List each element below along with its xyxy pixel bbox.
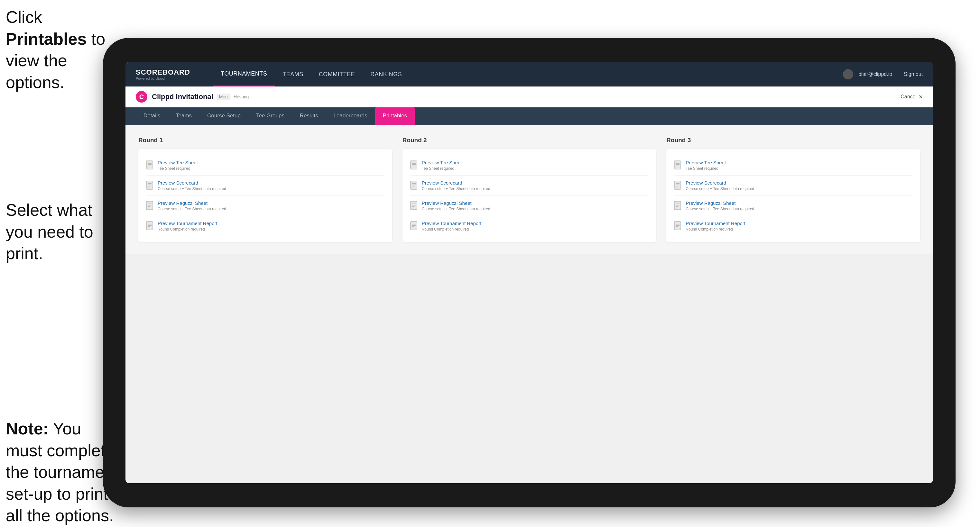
svg-rect-20 — [410, 161, 417, 169]
tablet-device: SCOREBOARD Powered by clippd TOURNAMENTS… — [103, 38, 956, 507]
print-item-r2-1[interactable]: Preview Tee SheetTee Sheet required — [410, 155, 649, 176]
user-avatar — [843, 69, 853, 79]
print-item-subtitle: Course setup + Tee Sheet data required — [422, 186, 490, 191]
top-nav-right: blair@clippd.io | Sign out — [843, 69, 923, 79]
tab-teams[interactable]: Teams — [168, 107, 199, 125]
close-icon: ✕ — [918, 94, 923, 100]
print-item-r2-2[interactable]: Preview ScorecardCourse setup + Tee Shee… — [410, 176, 649, 196]
annotation-bottom-bold: Note: — [6, 419, 49, 438]
round-col-1: Round 1 Preview Tee SheetTee Sheet requi… — [138, 137, 392, 243]
document-icon — [146, 160, 153, 171]
print-item-r1-2[interactable]: Preview ScorecardCourse setup + Tee Shee… — [146, 176, 385, 196]
nav-teams[interactable]: TEAMS — [275, 62, 311, 86]
document-icon — [410, 160, 417, 171]
logo-area: SCOREBOARD Powered by clippd — [136, 68, 200, 80]
print-item-subtitle: Tee Sheet required — [686, 166, 726, 171]
tournament-logo: C — [136, 91, 147, 103]
svg-rect-12 — [146, 201, 153, 210]
nav-committee[interactable]: COMMITTEE — [311, 62, 363, 86]
document-icon — [674, 201, 681, 211]
document-icon — [146, 221, 153, 232]
print-item-text: Preview Tee SheetTee Sheet required — [422, 160, 462, 171]
print-item-r2-4[interactable]: Preview Tournament ReportRound Completio… — [410, 216, 649, 236]
print-item-r3-3[interactable]: Preview Raguzzi SheetCourse setup + Tee … — [674, 196, 912, 216]
round-title-2: Round 2 — [402, 137, 656, 144]
nav-tournaments[interactable]: TOURNAMENTS — [213, 62, 275, 86]
svg-rect-32 — [410, 222, 417, 230]
svg-rect-44 — [675, 201, 681, 210]
print-item-r3-1[interactable]: Preview Tee SheetTee Sheet required — [674, 155, 912, 176]
logo-sub: Powered by clippd — [136, 76, 200, 80]
document-icon — [146, 181, 153, 191]
rounds-grid: Round 1 Preview Tee SheetTee Sheet requi… — [138, 137, 920, 243]
cancel-button[interactable]: Cancel ✕ — [900, 94, 923, 100]
print-item-r1-4[interactable]: Preview Tournament ReportRound Completio… — [146, 216, 385, 236]
print-item-r3-2[interactable]: Preview ScorecardCourse setup + Tee Shee… — [674, 176, 912, 196]
print-item-subtitle: Course setup + Tee Sheet data required — [686, 186, 754, 191]
print-item-title[interactable]: Preview Tournament Report — [686, 221, 745, 226]
top-nav-links: TOURNAMENTS TEAMS COMMITTEE RANKINGS — [213, 62, 843, 86]
tablet-screen: SCOREBOARD Powered by clippd TOURNAMENTS… — [126, 62, 933, 483]
print-item-r1-1[interactable]: Preview Tee SheetTee Sheet required — [146, 155, 385, 176]
tab-leaderboards[interactable]: Leaderboards — [326, 107, 375, 125]
print-item-subtitle: Tee Sheet required — [158, 166, 198, 171]
print-item-title[interactable]: Preview Raguzzi Sheet — [422, 200, 490, 206]
print-item-subtitle: Course setup + Tee Sheet data required — [422, 207, 490, 211]
print-item-text: Preview ScorecardCourse setup + Tee Shee… — [422, 180, 490, 191]
top-navigation: SCOREBOARD Powered by clippd TOURNAMENTS… — [126, 62, 933, 86]
print-item-subtitle: Course setup + Tee Sheet data required — [158, 207, 226, 211]
svg-rect-36 — [675, 161, 681, 169]
print-item-text: Preview Tournament ReportRound Completio… — [422, 221, 482, 232]
annotation-top: Click Printables to view the options. — [6, 6, 109, 93]
round-col-2: Round 2 Preview Tee SheetTee Sheet requi… — [402, 137, 656, 243]
document-icon — [674, 221, 681, 232]
document-icon — [410, 181, 417, 191]
print-item-title[interactable]: Preview Tee Sheet — [686, 160, 726, 165]
print-item-text: Preview Tee SheetTee Sheet required — [686, 160, 726, 171]
document-icon — [146, 201, 153, 211]
print-item-subtitle: Round Completion required — [422, 227, 482, 232]
tab-details[interactable]: Details — [136, 107, 168, 125]
tournament-tag: Men — [216, 94, 231, 100]
round-card-3: Preview Tee SheetTee Sheet required Prev… — [666, 149, 920, 243]
print-item-text: Preview Tournament ReportRound Completio… — [686, 221, 745, 232]
document-icon — [674, 160, 681, 171]
svg-rect-8 — [146, 181, 153, 189]
print-item-title[interactable]: Preview Raguzzi Sheet — [686, 200, 754, 206]
sign-out-link[interactable]: Sign out — [904, 71, 923, 77]
sub-navigation: Details Teams Course Setup Tee Groups Re… — [126, 107, 933, 125]
round-col-3: Round 3 Preview Tee SheetTee Sheet requi… — [666, 137, 920, 243]
print-item-r1-3[interactable]: Preview Raguzzi SheetCourse setup + Tee … — [146, 196, 385, 216]
tournament-status: Hosting — [234, 94, 249, 99]
print-item-subtitle: Round Completion required — [686, 227, 745, 232]
svg-rect-40 — [675, 181, 681, 189]
nav-rankings[interactable]: RANKINGS — [363, 62, 410, 86]
print-item-text: Preview Tee SheetTee Sheet required — [158, 160, 198, 171]
tab-tee-groups[interactable]: Tee Groups — [248, 107, 292, 125]
round-card-1: Preview Tee SheetTee Sheet required Prev… — [138, 149, 392, 243]
print-item-title[interactable]: Preview Tournament Report — [158, 221, 218, 226]
document-icon — [410, 221, 417, 232]
print-item-title[interactable]: Preview Raguzzi Sheet — [158, 200, 226, 206]
round-title-1: Round 1 — [138, 137, 392, 144]
print-item-title[interactable]: Preview Tournament Report — [422, 221, 482, 226]
svg-rect-16 — [146, 222, 153, 230]
print-item-text: Preview ScorecardCourse setup + Tee Shee… — [686, 180, 754, 191]
print-item-subtitle: Course setup + Tee Sheet data required — [686, 207, 754, 211]
user-email: blair@clippd.io — [858, 71, 892, 77]
tab-course-setup[interactable]: Course Setup — [199, 107, 248, 125]
print-item-title[interactable]: Preview Scorecard — [686, 180, 754, 186]
tab-printables[interactable]: Printables — [375, 107, 415, 125]
svg-rect-28 — [410, 201, 417, 210]
tab-results[interactable]: Results — [292, 107, 326, 125]
print-item-title[interactable]: Preview Tee Sheet — [422, 160, 462, 165]
print-item-r2-3[interactable]: Preview Raguzzi SheetCourse setup + Tee … — [410, 196, 649, 216]
round-title-3: Round 3 — [666, 137, 920, 144]
print-item-title[interactable]: Preview Scorecard — [422, 180, 490, 186]
print-item-title[interactable]: Preview Scorecard — [158, 180, 226, 186]
print-item-title[interactable]: Preview Tee Sheet — [158, 160, 198, 165]
logo-title: SCOREBOARD — [136, 68, 200, 76]
print-item-text: Preview Raguzzi SheetCourse setup + Tee … — [686, 200, 754, 211]
svg-rect-48 — [675, 222, 681, 230]
print-item-r3-4[interactable]: Preview Tournament ReportRound Completio… — [674, 216, 912, 236]
